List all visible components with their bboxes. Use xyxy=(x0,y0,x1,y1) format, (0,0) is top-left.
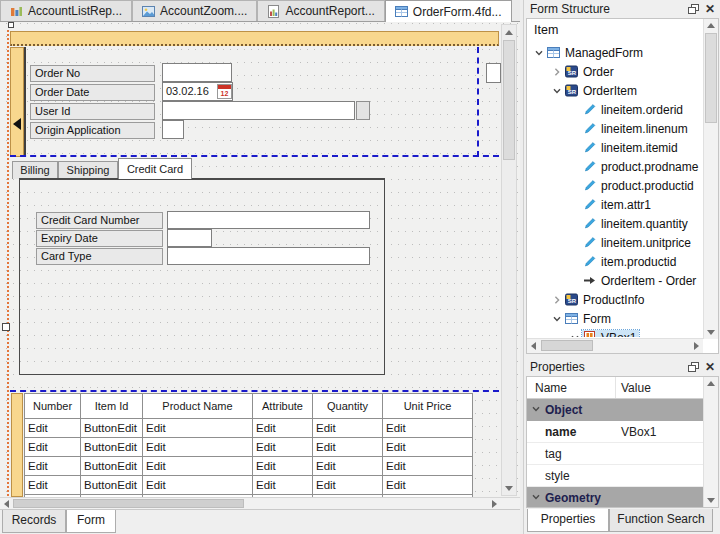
table-cell-widget[interactable]: Edit xyxy=(313,438,383,457)
tree-node-product-prodname[interactable]: product.prodname xyxy=(527,157,702,176)
tree-node-lineitem-linenum[interactable]: lineitem.linenum xyxy=(527,119,702,138)
table-cell-widget[interactable]: Edit xyxy=(313,419,383,438)
view-tab-records[interactable]: Records xyxy=(2,510,66,533)
chevron-right-icon[interactable] xyxy=(549,295,564,305)
chevron-down-icon[interactable] xyxy=(549,86,564,96)
view-tab-form[interactable]: Form xyxy=(66,510,116,533)
scroll-up-arrow[interactable] xyxy=(704,19,718,32)
table-cell-widget[interactable]: Edit xyxy=(253,476,313,495)
float-panel-icon[interactable] xyxy=(688,362,699,372)
table-cell-widget[interactable]: Edit xyxy=(313,457,383,476)
items-table-grid: NumberItem IdProduct NameAttributeQuanti… xyxy=(24,393,473,497)
scroll-down-arrow[interactable] xyxy=(502,481,516,495)
scroll-down-arrow[interactable] xyxy=(704,326,718,339)
column-header[interactable]: Item Id xyxy=(81,394,143,419)
close-panel-icon[interactable]: ✕ xyxy=(705,4,715,14)
app-window: AccountListRep...AccountZoom....AccountR… xyxy=(0,0,720,534)
tree-node-body: SROrderItem xyxy=(564,83,640,99)
property-section-geometry[interactable]: Geometry xyxy=(527,487,703,508)
tree-node-form[interactable]: Form xyxy=(527,309,702,328)
tree-node-lineitem-orderid[interactable]: lineitem.orderid xyxy=(527,100,702,119)
scrollbar-thumb[interactable] xyxy=(705,33,717,123)
chevron-down-icon[interactable] xyxy=(549,314,564,324)
tree-node-product-productid[interactable]: product.productid xyxy=(527,176,702,195)
scroll-up-arrow[interactable] xyxy=(502,25,516,39)
table-cell-widget[interactable]: Edit xyxy=(143,457,253,476)
edit-widget[interactable] xyxy=(167,247,370,265)
properties-vertical-scrollbar[interactable] xyxy=(703,377,718,507)
report-chart-icon xyxy=(267,5,280,18)
scroll-up-arrow[interactable] xyxy=(704,377,718,390)
table-cell-widget[interactable]: Edit xyxy=(253,457,313,476)
designer-view-tabs: RecordsForm xyxy=(0,509,520,534)
edit-widget[interactable] xyxy=(167,211,370,229)
table-cell-widget[interactable]: Edit xyxy=(25,457,81,476)
table-cell-widget[interactable]: ButtonEdit xyxy=(81,438,143,457)
scroll-right-arrow[interactable] xyxy=(690,339,703,352)
column-header[interactable]: Attribute xyxy=(253,394,313,419)
property-row-tag: tag xyxy=(527,443,703,465)
tree-node-body: SRProductInfo xyxy=(564,292,647,308)
table-cell-widget[interactable]: ButtonEdit xyxy=(81,476,143,495)
card-tab-credit-card[interactable]: Credit Card xyxy=(118,158,192,179)
column-header[interactable]: Product Name xyxy=(143,394,253,419)
table-cell-widget[interactable]: Edit xyxy=(383,476,473,495)
scroll-right-arrow[interactable] xyxy=(488,498,500,509)
scrollbar-thumb[interactable] xyxy=(13,499,244,508)
table-cell-widget[interactable]: Edit xyxy=(383,457,473,476)
document-tab[interactable]: AccountListRep... xyxy=(0,0,132,21)
tree-node-orderitem-order[interactable]: OrderItem - Order xyxy=(527,271,702,290)
tree-node-lineitem-itemid[interactable]: lineitem.itemid xyxy=(527,138,702,157)
tree-vertical-scrollbar[interactable] xyxy=(703,19,718,339)
tree-node-lineitem-quantity[interactable]: lineitem.quantity xyxy=(527,214,702,233)
image-zoom-icon xyxy=(142,5,155,18)
table-cell-widget[interactable]: Edit xyxy=(383,419,473,438)
scrollbar-thumb[interactable] xyxy=(541,340,593,351)
scrollbar-thumb[interactable] xyxy=(503,40,515,160)
tree-node-productinfo[interactable]: SRProductInfo xyxy=(527,290,702,309)
column-header[interactable]: Unit Price xyxy=(383,394,473,419)
table-cell-widget[interactable]: Edit xyxy=(253,438,313,457)
float-panel-icon[interactable] xyxy=(688,4,699,14)
panel-tab-function-search[interactable]: Function Search xyxy=(609,509,713,532)
table-cell-widget[interactable]: Edit xyxy=(253,419,313,438)
canvas-horizontal-scrollbar[interactable] xyxy=(0,497,520,509)
chevron-right-icon[interactable] xyxy=(549,67,564,77)
chevron-down-icon[interactable] xyxy=(567,333,582,338)
edit-widget[interactable] xyxy=(167,229,212,247)
table-cell-widget[interactable]: Edit xyxy=(143,438,253,457)
tree-node-order[interactable]: SROrder xyxy=(527,62,702,81)
document-tab[interactable]: AccountZoom.... xyxy=(132,0,257,21)
table-cell-widget[interactable]: Edit xyxy=(25,419,81,438)
tree-node-managedform[interactable]: ManagedForm xyxy=(527,43,702,62)
scroll-down-arrow[interactable] xyxy=(704,494,718,507)
table-cell-widget[interactable]: Edit xyxy=(25,438,81,457)
table-cell-widget[interactable]: Edit xyxy=(313,476,383,495)
table-cell-widget[interactable]: Edit xyxy=(25,476,81,495)
table-cell-widget[interactable]: ButtonEdit xyxy=(81,419,143,438)
field-icon xyxy=(583,198,597,211)
tree-node-vbox1[interactable]: VBox1 xyxy=(527,328,702,337)
property-section-object[interactable]: Object xyxy=(527,399,703,421)
table-cell-widget[interactable]: Edit xyxy=(383,438,473,457)
table-cell-widget[interactable]: ButtonEdit xyxy=(81,457,143,476)
scroll-left-arrow[interactable] xyxy=(0,498,12,509)
tree-node-item-productid[interactable]: item.productid xyxy=(527,252,702,271)
form-designer-canvas[interactable]: Order NoOrder Date03.02.1612User IdOrigi… xyxy=(0,22,520,497)
chevron-down-icon[interactable] xyxy=(531,48,546,58)
canvas-vertical-scrollbar[interactable] xyxy=(501,24,517,496)
tree-horizontal-scrollbar[interactable] xyxy=(527,338,703,353)
table-cell-widget[interactable]: Edit xyxy=(143,419,253,438)
tree-node-lineitem-unitprice[interactable]: lineitem.unitprice xyxy=(527,233,702,252)
tree-node-item-attr1[interactable]: item.attr1 xyxy=(527,195,702,214)
document-tab[interactable]: AccountReport... xyxy=(257,0,384,21)
property-value[interactable]: VBox1 xyxy=(615,425,703,439)
close-panel-icon[interactable]: ✕ xyxy=(705,362,715,372)
tree-node-orderitem[interactable]: SROrderItem xyxy=(527,81,702,100)
panel-tab-properties[interactable]: Properties xyxy=(527,509,609,532)
document-tab[interactable]: OrderForm.4fd... xyxy=(385,0,512,22)
column-header[interactable]: Quantity xyxy=(313,394,383,419)
scroll-left-arrow[interactable] xyxy=(527,339,540,352)
column-header[interactable]: Number xyxy=(25,394,81,419)
table-cell-widget[interactable]: Edit xyxy=(143,476,253,495)
